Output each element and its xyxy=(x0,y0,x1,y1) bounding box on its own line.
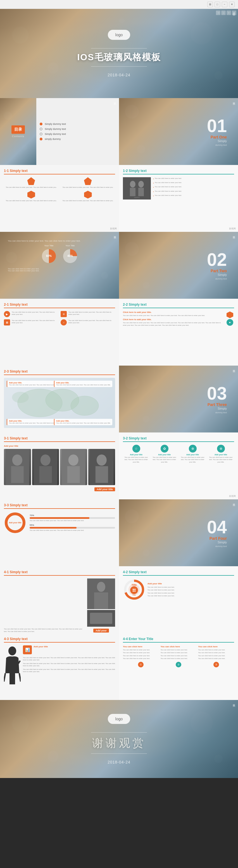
s21-grid: ▶ You can click here to enter your text.… xyxy=(4,311,115,326)
s44-col2-b3: You can click here to enter your text. xyxy=(161,655,197,657)
s32-col3-title: Add your title xyxy=(179,454,206,456)
s11-item-2: You can click here to enter your text. Y… xyxy=(61,177,115,188)
s33-stats: 70% You can click here to enter your tex… xyxy=(30,514,115,532)
s43-title: 4-3 Simply text xyxy=(4,637,115,643)
s12-bullet-5: • You can click here to enter your text. xyxy=(153,194,234,197)
s21-item-2: ⊞ You can click here to enter your text.… xyxy=(61,311,115,317)
toolbar-minimize-icon[interactable]: − xyxy=(222,2,228,7)
s44-teal-icon-2: ② xyxy=(176,662,181,668)
part04-number: 04 xyxy=(207,518,227,536)
svg-rect-36 xyxy=(133,589,134,590)
nav-icon-2[interactable]: □ xyxy=(221,10,226,15)
row-s31-s32: 3-1 Simply text Add your title Add your … xyxy=(0,432,238,499)
part04-label: Part Four xyxy=(207,536,227,540)
s21-item-1: ▶ You can click here to enter your text.… xyxy=(4,311,58,317)
svg-point-29 xyxy=(97,582,105,592)
s44-col2-b2: You can click here to enter your text. xyxy=(161,651,197,654)
s22-click-title-1: Click here to add your title. xyxy=(123,311,223,313)
s44-col-3: You can click here You can click here to… xyxy=(198,645,234,668)
s44-col-1: You can click here You can click here to… xyxy=(123,645,159,668)
s11-title: 1-1 Simply text xyxy=(4,169,115,175)
s21-item1-text: You can click here to enter your text. Y… xyxy=(12,311,58,316)
s23-title: 2-3 Simply text xyxy=(4,370,115,375)
pie-your-title-2: Your Title xyxy=(62,244,79,247)
s22-content: Click here to add your title. You can cl… xyxy=(123,311,234,326)
pie-content: You can click here to enter your text. Y… xyxy=(4,236,115,295)
s43-bullet-3: You can click here to enter your text. Y… xyxy=(23,668,115,673)
row-s11-s12: 1-1 Simply text You can click here to en… xyxy=(0,165,238,232)
part04-sublabel: Simply xyxy=(207,540,227,544)
s43-person-svg xyxy=(4,645,21,687)
s12-image: HAPPY xyxy=(123,177,151,199)
svg-point-3 xyxy=(138,181,144,188)
s12-bullet-4: • You can click here to enter your text. xyxy=(153,190,234,193)
svg-rect-25 xyxy=(95,466,108,483)
svg-line-43 xyxy=(19,661,20,663)
pie-desc-bottom-1: You can click here to enter your text. xyxy=(8,268,111,270)
s11-item-4: You can click here to enter your text. Y… xyxy=(61,191,115,202)
s44-orange-icon-3: ③ xyxy=(213,662,219,668)
s42-sub-title: Title xyxy=(132,594,136,596)
s11-pagenum: 新视网 xyxy=(110,227,117,230)
s43-content: 📊 Add your title You can click here to e… xyxy=(4,645,115,688)
s32-col1-title: Add your title xyxy=(123,454,150,456)
nav-icon-3[interactable]: ▷ xyxy=(227,10,231,15)
s42-title: 4-2 Simply text xyxy=(123,570,234,576)
s11-item2-text: You can click here to enter your text. Y… xyxy=(62,186,113,188)
part01-sublabel: Simply xyxy=(207,139,227,143)
s31-add-title-badge: Add your title xyxy=(95,487,115,491)
s32-col-4: ⊗ Add your title You can click here to e… xyxy=(208,445,234,463)
part01-desc: dummy text xyxy=(207,144,227,146)
s33-stat2-bar xyxy=(30,527,115,529)
part03-slide: 03 Part Three Simply dummy text 新视网 xyxy=(119,366,238,432)
s42-main-title: Title xyxy=(132,584,137,586)
s32-col-3: ⊕ Add your title You can click here to e… xyxy=(179,445,206,463)
cover-title: IOS毛玻璃风格模板 xyxy=(77,51,161,64)
s33-slide: 3-3 Simply text Add your title 70% xyxy=(0,499,119,566)
s12-title: 1-2 Simply text xyxy=(123,169,234,175)
s23-item-tr: Add your title. You can click here to en… xyxy=(54,381,112,387)
s33-content: Add your title 70% You can click here to… xyxy=(4,512,115,534)
s41-text: You can click here to enter your text. Y… xyxy=(4,628,85,632)
s32-icon-1: ☆ xyxy=(132,445,140,453)
nav-icon-1[interactable]: ◁ xyxy=(216,10,220,15)
s22-left: Click here to add your title. You can cl… xyxy=(123,311,223,326)
part04-slide: 04 Part Four Simply dummy text 新视网 xyxy=(119,499,238,566)
pie-40-svg: 40% xyxy=(62,248,79,265)
cover-nav-icons: ◁ □ ▷ ⊞ xyxy=(216,10,236,15)
s42-bullets-block: Add your title You can click here to ent… xyxy=(148,582,234,597)
row-pie-part02: You can click here to enter your text. Y… xyxy=(0,232,238,299)
s44-col1-b4: You can click here to enter your text. xyxy=(123,657,159,659)
s21-icon-play: ▶ xyxy=(4,311,10,317)
s44-cols: You can click here You can click here to… xyxy=(123,645,234,668)
s11-item3-text: You can click here to enter your text. Y… xyxy=(6,199,57,202)
s11-item1-text: You can click here to enter your text. Y… xyxy=(6,186,57,188)
toolbar-grid-icon[interactable]: ⊞ xyxy=(207,2,213,7)
nav-icon-4[interactable]: ⊞ xyxy=(232,10,236,15)
part04-desc: dummy text xyxy=(207,545,227,548)
s43-slide: 4-3 Simply text 📊 Add your titl xyxy=(0,633,119,700)
svg-rect-19 xyxy=(39,466,52,483)
toolbar-close-icon[interactable]: ✕ xyxy=(229,2,235,7)
s11-item4-text: You can click here to enter your text. Y… xyxy=(62,199,113,202)
svg-point-13 xyxy=(12,392,29,403)
s11-item-1: You can click here to enter your text. Y… xyxy=(4,177,58,188)
pie-slide: You can click here to enter your text. Y… xyxy=(0,232,119,299)
pie-60-block: Your Title 60% xyxy=(41,244,57,266)
s33-stat2-text: You can click here to enter your text. Y… xyxy=(30,529,115,531)
s33-stat1-fill xyxy=(30,517,89,519)
s44-col3-b1: You can click here to enter your text. xyxy=(198,649,234,651)
s21-item4-text: You can click here to enter your text. Y… xyxy=(69,319,115,324)
s42-bullet-2: You can click here to enter your text. xyxy=(148,589,234,591)
s42-gauge-icon xyxy=(130,586,138,594)
s41-text-block: You can click here to enter your text. Y… xyxy=(4,628,85,632)
pie-desc-bottom-2: You can click here to enter your text. xyxy=(8,270,111,272)
s31-photos xyxy=(4,449,115,485)
pie-charts-row: Your Title 60% Your Title 40 xyxy=(8,244,111,266)
s21-item-3: ▦ You can click here to enter your text.… xyxy=(4,319,58,326)
s44-col1-b3: You can click here to enter your text. xyxy=(123,655,159,657)
s12-slide: 1-2 Simply text HAPPY • You can click he… xyxy=(119,165,238,232)
s44-col2-b1: You can click here to enter your text. xyxy=(161,649,197,651)
s31-add-title: Add your title xyxy=(4,486,115,491)
toolbar-window-icon[interactable]: □ xyxy=(214,2,220,7)
